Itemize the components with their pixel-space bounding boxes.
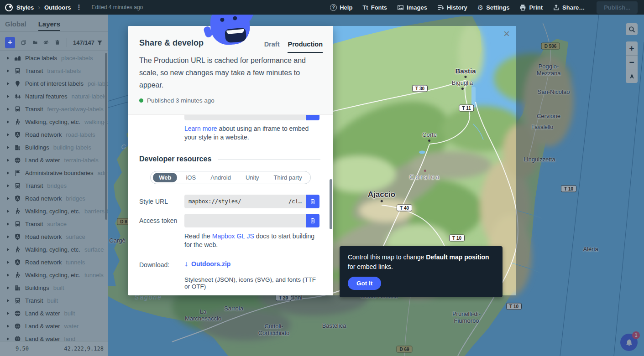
caret-right-icon[interactable] [6, 235, 10, 239]
images-menu-item[interactable]: Images [397, 4, 427, 11]
walk-icon [14, 272, 21, 279]
caret-right-icon[interactable] [6, 260, 10, 264]
layer-row[interactable]: Transitferry-aerialway-labels [0, 103, 108, 115]
layer-row[interactable]: Buildingsbuilt [0, 281, 108, 294]
compass-button[interactable] [626, 69, 638, 83]
road-icon [14, 131, 21, 138]
caret-right-icon[interactable] [6, 120, 10, 124]
caret-right-icon[interactable] [6, 196, 10, 201]
close-icon[interactable]: × [501, 28, 512, 39]
layer-row[interactable]: Land & waterbuilt [0, 307, 108, 320]
layer-row[interactable]: Road networksurface [0, 230, 108, 243]
learn-more-link[interactable]: Learn more [184, 125, 217, 132]
download-zip-link[interactable]: Outdoors.zip [191, 260, 230, 268]
layer-row[interactable]: Transittransit-labels [0, 64, 108, 77]
zoom-out-button[interactable]: − [626, 56, 638, 70]
layer-row[interactable]: Point of interest labelspoi-labels [0, 77, 108, 90]
tab-unity[interactable]: Unity [240, 173, 265, 182]
style-url-input[interactable]: mapbox://styles/ /cl… [184, 195, 306, 208]
tab-production[interactable]: Production [288, 41, 323, 53]
layer-row[interactable]: Road networkroad-labels [0, 128, 108, 141]
more-vertical-icon[interactable]: ⋮ [75, 3, 82, 11]
tab-layers[interactable]: Layers [38, 20, 60, 31]
layer-row[interactable]: Walking, cycling, etc.surface [0, 243, 108, 256]
share-menu-item[interactable]: Share… [553, 4, 585, 11]
road-icon [14, 233, 21, 240]
breadcrumb-styles[interactable]: Styles [16, 4, 34, 11]
sidebar-scrollbar[interactable] [105, 53, 107, 220]
caret-right-icon[interactable] [6, 311, 10, 315]
tab-web[interactable]: Web [153, 173, 177, 182]
caret-right-icon[interactable] [6, 133, 10, 137]
globe-icon [14, 157, 21, 164]
layer-row[interactable]: Walking, cycling, etc.tunnels [0, 268, 108, 281]
place-icon [14, 55, 21, 62]
layer-row[interactable]: Transitsurface [0, 217, 108, 230]
access-token-input[interactable] [184, 214, 306, 227]
caret-right-icon[interactable] [6, 299, 10, 303]
settings-icon: ⚙ [477, 4, 483, 11]
layer-id: bridges [47, 182, 67, 189]
tab-draft[interactable]: Draft [264, 41, 280, 53]
layer-name: Place labels [25, 55, 57, 62]
layer-row[interactable]: Transitbuilt [0, 294, 108, 307]
got-it-button[interactable]: Got it [348, 277, 381, 290]
caret-right-icon[interactable] [6, 222, 10, 226]
zoom-in-button[interactable]: + [626, 41, 638, 56]
tab-android[interactable]: Android [204, 173, 237, 182]
layer-row[interactable]: Land & waterterrain-labels [0, 154, 108, 166]
caret-right-icon[interactable] [6, 94, 10, 98]
layer-row[interactable]: Road networktunnels [0, 256, 108, 268]
caret-right-icon[interactable] [6, 286, 10, 290]
copy-access-token-button[interactable] [306, 214, 319, 227]
caret-right-icon[interactable] [6, 69, 10, 73]
fonts-menu-item[interactable]: TtFonts [362, 4, 387, 11]
breadcrumb-style-name[interactable]: Outdoors [44, 4, 71, 11]
copy-style-url-button[interactable] [306, 195, 319, 208]
mapbox-gl-js-link[interactable]: Mapbox GL JS [212, 232, 254, 240]
caret-right-icon[interactable] [6, 273, 10, 277]
caret-right-icon[interactable] [6, 82, 10, 86]
settings-menu-item[interactable]: ⚙Settings [477, 4, 510, 11]
caret-right-icon[interactable] [6, 248, 10, 252]
history-menu-item[interactable]: History [437, 4, 467, 11]
map-search-button[interactable] [626, 23, 638, 35]
folder-icon[interactable] [32, 39, 38, 46]
help-menu-item[interactable]: ?Help [330, 4, 352, 11]
layer-row[interactable]: Place labelsplace-labels [0, 52, 108, 64]
layer-row[interactable]: Natural featuresnatural-labels [0, 90, 108, 103]
tab-third-party[interactable]: Third party [268, 173, 308, 182]
notifications-button[interactable]: 1 [620, 334, 638, 351]
caret-right-icon[interactable] [6, 324, 10, 328]
layer-row[interactable]: Road networkbridges [0, 192, 108, 205]
trash-icon[interactable] [55, 39, 60, 46]
mapbox-logo-icon[interactable] [5, 4, 13, 11]
caret-right-icon[interactable] [6, 56, 10, 60]
add-layer-button[interactable]: + [5, 37, 15, 48]
layer-row[interactable]: Land & waterwater [0, 320, 108, 332]
print-menu-item[interactable]: Print [519, 4, 543, 11]
caret-right-icon[interactable] [6, 145, 10, 150]
layer-row[interactable]: Buildingsbuilding-labels [0, 141, 108, 154]
tab-ios[interactable]: iOS [180, 173, 202, 182]
publish-button[interactable]: Publish... [597, 1, 638, 14]
caret-right-icon[interactable] [6, 184, 10, 188]
caret-right-icon[interactable] [6, 158, 10, 162]
globe-icon [14, 310, 21, 317]
layer-row[interactable]: Transitbridges [0, 179, 108, 192]
map-position-tooltip: Control this map to change Default map p… [340, 246, 503, 297]
layer-row[interactable]: Walking, cycling, etc.walking-cycling-l [0, 115, 108, 128]
caret-right-icon[interactable] [6, 171, 10, 175]
caret-right-icon[interactable] [6, 107, 10, 111]
layer-count[interactable]: 147/147 [73, 39, 108, 46]
layer-name: Walking, cycling, etc. [25, 208, 80, 215]
layer-row[interactable]: Walking, cycling, etc.barriers-bridges [0, 205, 108, 217]
layer-name: Transit [25, 182, 43, 189]
modal-scrollbar[interactable] [330, 179, 332, 229]
caret-right-icon[interactable] [6, 209, 10, 213]
eye-off-icon[interactable] [43, 39, 49, 46]
layer-row[interactable]: Administrative boundariesadmin [0, 166, 108, 179]
caret-right-icon[interactable] [6, 337, 10, 341]
duplicate-icon[interactable] [21, 39, 26, 46]
tab-global[interactable]: Global [5, 20, 26, 31]
